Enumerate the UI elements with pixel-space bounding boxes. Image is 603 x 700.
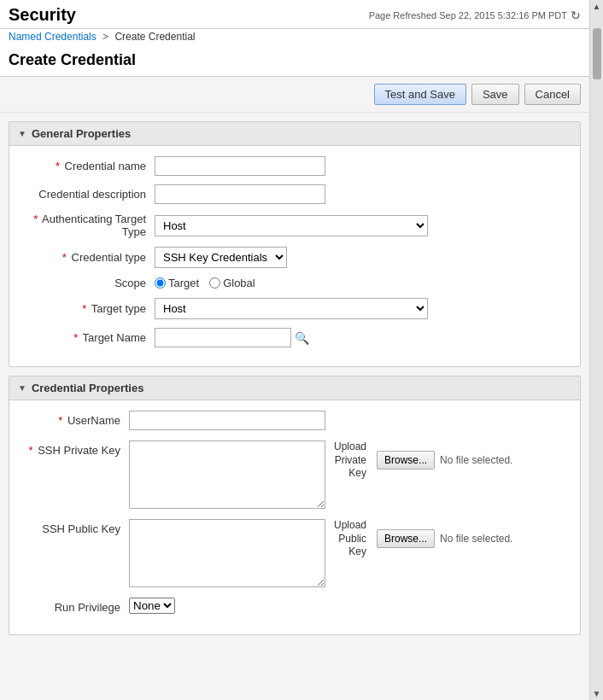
auth-target-type-select[interactable]: Host xyxy=(155,215,428,236)
required-star: * xyxy=(56,160,60,172)
required-star-cred: * xyxy=(62,251,67,264)
general-properties-title: General Properties xyxy=(32,127,131,140)
page-title-bar: Create Credential xyxy=(0,48,589,77)
ssh-private-key-row: * SSH Private Key UploadPrivateKey Brows… xyxy=(18,440,571,509)
scope-global-label[interactable]: Global xyxy=(209,277,255,289)
ssh-public-key-textarea[interactable] xyxy=(129,519,325,587)
general-properties-panel: ▼ General Properties * Credential name xyxy=(9,121,581,367)
credential-description-input[interactable] xyxy=(155,184,325,204)
app-title: Security xyxy=(9,5,76,25)
credential-type-select[interactable]: SSH Key Credentials xyxy=(155,247,287,268)
scope-global-radio[interactable] xyxy=(209,277,220,289)
credential-properties-body: * UserName * SSH Private Key xyxy=(9,400,580,634)
scope-label: Scope xyxy=(18,277,155,289)
no-file-selected-private: No file selected. xyxy=(440,454,512,466)
target-type-select[interactable]: Host xyxy=(155,298,428,319)
scope-row: Scope Target Global xyxy=(18,277,571,289)
upload-public-key-group: UploadPublicKey Browse... No file select… xyxy=(334,519,512,559)
scrollbar[interactable]: ▲ ▼ xyxy=(589,0,603,700)
credential-description-label: Credential description xyxy=(18,188,155,201)
username-input[interactable] xyxy=(129,411,325,430)
username-controls xyxy=(129,411,571,430)
required-star-auth: * xyxy=(33,213,38,225)
test-and-save-button[interactable]: Test and Save xyxy=(374,84,466,105)
credential-properties-title: Credential Properties xyxy=(32,382,144,394)
scroll-down-arrow[interactable]: ▼ xyxy=(593,689,601,700)
ssh-private-key-controls: UploadPrivateKey Browse... No file selec… xyxy=(129,440,571,509)
scroll-up-arrow[interactable]: ▲ xyxy=(593,2,601,11)
username-label: * UserName xyxy=(18,411,129,427)
run-privilege-row: Run Privilege None xyxy=(18,598,571,614)
breadcrumb-separator: > xyxy=(102,31,108,43)
general-properties-header: ▼ General Properties xyxy=(9,122,580,146)
upload-private-key-label: UploadPrivateKey xyxy=(334,440,366,481)
credential-name-row: * Credential name xyxy=(18,156,571,176)
cred-collapse-icon[interactable]: ▼ xyxy=(18,383,26,393)
credential-name-input[interactable] xyxy=(155,156,325,176)
target-name-wrap: 🔍 xyxy=(155,328,309,347)
credential-type-row: * Credential type SSH Key Credentials xyxy=(18,247,571,268)
refresh-icon[interactable]: ↻ xyxy=(571,9,581,22)
run-privilege-controls: None xyxy=(129,598,571,614)
upload-private-key-group: UploadPrivateKey Browse... No file selec… xyxy=(334,440,512,481)
upload-public-key-row: UploadPublicKey Browse... No file select… xyxy=(334,519,512,559)
ssh-private-key-textarea[interactable] xyxy=(129,440,325,509)
ssh-public-key-label: SSH Public Key xyxy=(18,519,129,535)
target-name-input[interactable] xyxy=(155,328,291,347)
cancel-button[interactable]: Cancel xyxy=(524,84,581,105)
required-star-priv: * xyxy=(28,444,32,457)
scope-target-radio[interactable] xyxy=(155,277,166,289)
browse-private-key-button[interactable]: Browse... xyxy=(377,451,435,470)
collapse-icon[interactable]: ▼ xyxy=(18,129,26,138)
target-type-label: * Target type xyxy=(18,302,155,315)
run-privilege-label: Run Privilege xyxy=(18,598,129,614)
credential-description-row: Credential description xyxy=(18,184,571,204)
run-privilege-select[interactable]: None xyxy=(129,598,175,614)
scrollbar-thumb[interactable] xyxy=(593,28,601,79)
required-star-target: * xyxy=(82,302,86,315)
upload-private-key-row: UploadPrivateKey Browse... No file selec… xyxy=(334,440,512,481)
general-properties-body: * Credential name Credential description xyxy=(9,146,580,366)
scope-target-label[interactable]: Target xyxy=(155,277,199,289)
auth-target-type-label: * Authenticating Target Type xyxy=(18,213,155,238)
username-row: * UserName xyxy=(18,411,571,430)
toolbar: Test and Save Save Cancel xyxy=(0,77,589,113)
ssh-public-key-controls: UploadPublicKey Browse... No file select… xyxy=(129,519,571,587)
page-header: Security Page Refreshed Sep 22, 2015 5:3… xyxy=(0,0,589,29)
credential-properties-panel: ▼ Credential Properties * UserName xyxy=(9,376,581,635)
ssh-public-key-row: SSH Public Key UploadPublicKey Browse...… xyxy=(18,519,571,587)
required-star-targetname: * xyxy=(73,331,78,344)
refresh-text: Page Refreshed Sep 22, 2015 5:32:16 PM P… xyxy=(369,10,567,20)
breadcrumb: Named Credentials > Create Credential xyxy=(0,29,589,48)
target-type-row: * Target type Host xyxy=(18,298,571,319)
scope-global-text: Global xyxy=(223,277,255,289)
target-name-label: * Target Name xyxy=(18,331,155,344)
page-title: Create Credential xyxy=(9,51,581,69)
credential-properties-header: ▼ Credential Properties xyxy=(9,376,580,400)
save-button[interactable]: Save xyxy=(471,84,519,105)
target-name-search-button[interactable]: 🔍 xyxy=(295,331,309,345)
scope-radio-group: Target Global xyxy=(155,277,255,289)
auth-target-type-row: * Authenticating Target Type Host xyxy=(18,213,571,238)
breadcrumb-parent-link[interactable]: Named Credentials xyxy=(9,31,97,43)
browse-public-key-button[interactable]: Browse... xyxy=(377,529,435,548)
breadcrumb-current: Create Credential xyxy=(114,31,195,43)
refresh-info: Page Refreshed Sep 22, 2015 5:32:16 PM P… xyxy=(369,5,581,22)
target-name-row: * Target Name 🔍 xyxy=(18,328,571,347)
header-title-section: Security xyxy=(9,5,76,25)
required-star-user: * xyxy=(58,414,62,427)
upload-public-key-label: UploadPublicKey xyxy=(334,519,366,559)
credential-name-label: * Credential name xyxy=(18,160,155,172)
ssh-private-key-label: * SSH Private Key xyxy=(18,440,129,457)
no-file-selected-public: No file selected. xyxy=(440,533,512,545)
scope-target-text: Target xyxy=(168,277,199,289)
main-content: ▼ General Properties * Credential name xyxy=(0,113,589,644)
credential-type-label: * Credential type xyxy=(18,251,155,264)
